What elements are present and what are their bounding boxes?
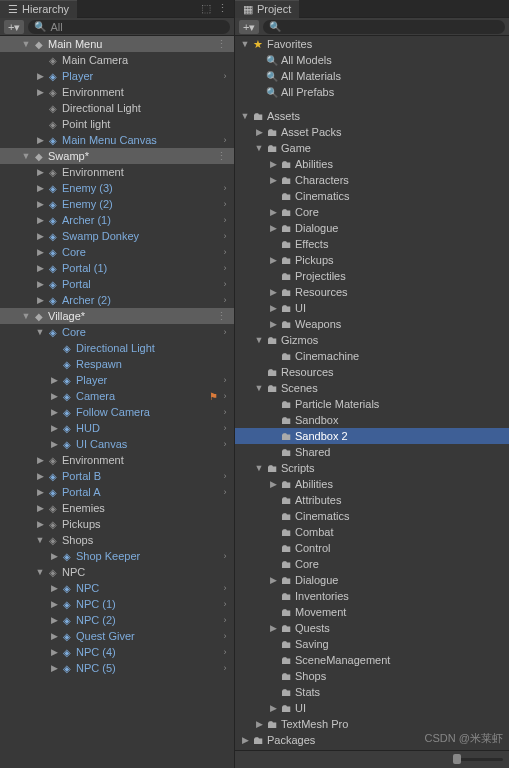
expand-arrow[interactable] — [239, 735, 251, 745]
tree-row[interactable]: ◈Camera⚑› — [0, 388, 234, 404]
expand-arrow[interactable] — [267, 223, 279, 233]
tree-row[interactable]: 🖿Scripts — [235, 460, 509, 476]
tree-row[interactable]: 🖿Sandbox — [235, 412, 509, 428]
tree-row[interactable]: ◈Portal (1)› — [0, 260, 234, 276]
tree-row[interactable]: ◈Archer (1)› — [0, 212, 234, 228]
chevron-right-icon[interactable]: › — [220, 327, 230, 337]
tree-row[interactable]: 🖿SceneManagement — [235, 652, 509, 668]
tree-row[interactable]: 🖿Cinematics — [235, 508, 509, 524]
tree-row[interactable]: ◆Swamp*⋮ — [0, 148, 234, 164]
tree-row[interactable]: 🖿Stats — [235, 684, 509, 700]
expand-arrow[interactable] — [267, 319, 279, 329]
expand-arrow[interactable] — [253, 127, 265, 137]
chevron-right-icon[interactable]: › — [220, 551, 230, 561]
chevron-right-icon[interactable]: › — [220, 263, 230, 273]
tree-row[interactable]: 🖿Cinematics — [235, 188, 509, 204]
chevron-right-icon[interactable]: › — [220, 375, 230, 385]
expand-arrow[interactable] — [20, 151, 32, 161]
create-button[interactable]: +▾ — [239, 20, 259, 34]
chevron-right-icon[interactable]: › — [220, 439, 230, 449]
tree-row[interactable]: 🖿Inventories — [235, 588, 509, 604]
tree-row[interactable]: ◈Main Menu Canvas› — [0, 132, 234, 148]
expand-arrow[interactable] — [267, 623, 279, 633]
tree-row[interactable]: 🖿Asset Packs — [235, 124, 509, 140]
chevron-right-icon[interactable]: › — [220, 583, 230, 593]
tree-row[interactable]: 🖿Dialogue — [235, 572, 509, 588]
tree-row[interactable]: ◈NPC — [0, 564, 234, 580]
expand-arrow[interactable] — [267, 575, 279, 585]
tree-row[interactable]: 🖿Projectiles — [235, 268, 509, 284]
expand-arrow[interactable] — [239, 111, 251, 121]
expand-arrow[interactable] — [48, 375, 60, 385]
chevron-right-icon[interactable]: › — [220, 279, 230, 289]
chevron-right-icon[interactable]: › — [220, 615, 230, 625]
tree-row[interactable]: 🖿Saving — [235, 636, 509, 652]
tree-row[interactable]: 🖿Abilities — [235, 476, 509, 492]
chevron-right-icon[interactable]: › — [220, 215, 230, 225]
tree-row[interactable]: ◈NPC (4)› — [0, 644, 234, 660]
tree-row[interactable]: 🖿Scenes — [235, 380, 509, 396]
expand-arrow[interactable] — [34, 199, 46, 209]
more-icon[interactable]: ⋮ — [213, 310, 230, 323]
chevron-right-icon[interactable]: › — [220, 135, 230, 145]
tree-row[interactable]: ◈Respawn — [0, 356, 234, 372]
tree-row[interactable]: ◈Point light — [0, 116, 234, 132]
expand-arrow[interactable] — [48, 407, 60, 417]
tree-row[interactable]: ◈Environment — [0, 164, 234, 180]
expand-arrow[interactable] — [48, 583, 60, 593]
more-icon[interactable]: ⋮ — [213, 150, 230, 163]
tree-row[interactable]: ◈Portal› — [0, 276, 234, 292]
tree-row[interactable]: 🖿Game — [235, 140, 509, 156]
tree-row[interactable]: ◈Player› — [0, 372, 234, 388]
expand-arrow[interactable] — [34, 455, 46, 465]
expand-arrow[interactable] — [267, 207, 279, 217]
expand-arrow[interactable] — [267, 303, 279, 313]
tree-row[interactable]: 🖿Particle Materials — [235, 396, 509, 412]
tree-row[interactable]: 🖿Sandbox 2 — [235, 428, 509, 444]
tree-row[interactable]: 🖿Cinemachine — [235, 348, 509, 364]
tree-row[interactable]: ◈Directional Light — [0, 340, 234, 356]
tree-row[interactable]: ◈NPC (1)› — [0, 596, 234, 612]
tree-row[interactable]: ◈HUD› — [0, 420, 234, 436]
tree-row[interactable]: 🖿Combat — [235, 524, 509, 540]
more-icon[interactable]: ⋮ — [213, 38, 230, 51]
expand-arrow[interactable] — [34, 87, 46, 97]
expand-arrow[interactable] — [34, 247, 46, 257]
expand-arrow[interactable] — [48, 647, 60, 657]
chevron-right-icon[interactable]: › — [220, 247, 230, 257]
expand-arrow[interactable] — [253, 719, 265, 729]
expand-arrow[interactable] — [267, 479, 279, 489]
tree-row[interactable]: ◈Core› — [0, 244, 234, 260]
expand-arrow[interactable] — [48, 615, 60, 625]
chevron-right-icon[interactable]: › — [220, 663, 230, 673]
tree-row[interactable]: 🔍All Prefabs — [235, 84, 509, 100]
tree-row[interactable]: 🖿UI — [235, 700, 509, 716]
tree-row[interactable]: 🖿Control — [235, 540, 509, 556]
expand-arrow[interactable] — [34, 215, 46, 225]
tree-row[interactable]: 🖿Movement — [235, 604, 509, 620]
tree-row[interactable]: ◈Directional Light — [0, 100, 234, 116]
tree-row[interactable]: ◈NPC› — [0, 580, 234, 596]
project-tab[interactable]: ▦ Project — [235, 0, 299, 18]
tree-row[interactable]: 🖿Weapons — [235, 316, 509, 332]
expand-arrow[interactable] — [34, 503, 46, 513]
menu-icon[interactable]: ⋮ — [217, 2, 228, 15]
tree-row[interactable]: 🖿Shared — [235, 444, 509, 460]
tree-row[interactable]: ◆Village*⋮ — [0, 308, 234, 324]
expand-arrow[interactable] — [267, 287, 279, 297]
tree-row[interactable]: 🖿UI — [235, 300, 509, 316]
expand-arrow[interactable] — [34, 567, 46, 577]
expand-arrow[interactable] — [253, 463, 265, 473]
tree-row[interactable]: ◆Main Menu⋮ — [0, 36, 234, 52]
chevron-right-icon[interactable]: › — [220, 407, 230, 417]
expand-arrow[interactable] — [267, 159, 279, 169]
tree-row[interactable]: ◈Player› — [0, 68, 234, 84]
expand-arrow[interactable] — [48, 391, 60, 401]
expand-arrow[interactable] — [48, 599, 60, 609]
chevron-right-icon[interactable]: › — [220, 631, 230, 641]
chevron-right-icon[interactable]: › — [220, 599, 230, 609]
lock-icon[interactable]: ⬚ — [201, 2, 211, 15]
tree-row[interactable]: ◈Core› — [0, 324, 234, 340]
tree-row[interactable]: ◈Portal A› — [0, 484, 234, 500]
project-tree[interactable]: ★Favorites🔍All Models🔍All Materials🔍All … — [235, 36, 509, 750]
